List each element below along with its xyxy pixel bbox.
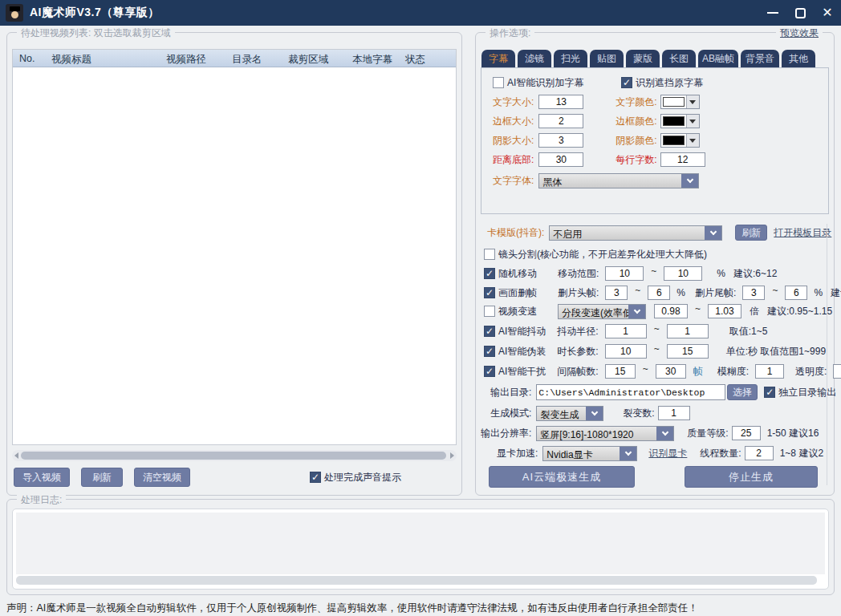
generate-mode-label: 生成模式: (490, 407, 531, 420)
move-range-min-input[interactable] (605, 266, 644, 281)
cover-subtitle-checkbox[interactable] (621, 77, 632, 88)
font-family-value: 黑体 (539, 174, 681, 188)
interval-min-input[interactable] (605, 364, 636, 379)
speed-min-input[interactable] (654, 304, 688, 318)
jitter-max-input[interactable] (667, 324, 709, 338)
import-videos-button[interactable]: 导入视频 (14, 468, 70, 487)
scroll-left-icon[interactable] (14, 452, 18, 459)
tilde-separator: ~ (643, 363, 648, 375)
col-dir: 目录名 (232, 53, 262, 67)
sound-alert-checkbox[interactable] (310, 472, 321, 483)
video-speed-checkbox[interactable] (484, 306, 495, 317)
quality-input[interactable] (732, 426, 761, 440)
head-percent: % (676, 287, 685, 298)
refresh-list-button[interactable]: 刷新 (81, 468, 123, 487)
video-table[interactable]: No. 视频标题 视频路径 目录名 裁剪区域 本地字幕 状态 (12, 49, 457, 445)
tilde-separator: ~ (772, 285, 778, 296)
interval-max-input[interactable] (656, 364, 686, 379)
fission-count-input[interactable] (658, 406, 690, 420)
head-frames-min-input[interactable] (605, 286, 628, 300)
output-dir-input[interactable] (536, 384, 725, 400)
gpu-dropdown[interactable]: Nvidia显卡 (542, 446, 637, 461)
shadow-size-label: 阴影大小: (493, 134, 534, 148)
border-color-swatch (663, 116, 685, 126)
gpu-arrow-icon (620, 447, 636, 460)
speed-mode-dropdown[interactable]: 分段变速(效率低) (558, 304, 646, 319)
col-path: 视频路径 (166, 53, 206, 67)
tab-bgm[interactable]: 背景音 (741, 50, 779, 69)
head-frames-max-input[interactable] (648, 286, 670, 300)
ai-subtitle-checkbox[interactable] (493, 77, 504, 88)
tab-sticker[interactable]: 贴图 (590, 50, 624, 69)
video-table-header: No. 视频标题 视频路径 目录名 裁剪区域 本地字幕 状态 (13, 50, 456, 67)
shot-split-checkbox[interactable] (484, 249, 495, 260)
tail-percent: % (814, 287, 823, 298)
speed-max-input[interactable] (708, 304, 741, 318)
preview-effect-link[interactable]: 预览效果 (776, 26, 823, 40)
tab-sweep-light[interactable]: 扫光 (554, 50, 587, 69)
duration-min-input[interactable] (605, 344, 647, 359)
tab-other[interactable]: 其他 (782, 50, 815, 69)
log-scrollbar[interactable] (16, 576, 817, 585)
col-no: No. (19, 53, 35, 64)
video-table-body[interactable] (13, 67, 456, 444)
tab-mask[interactable]: 蒙版 (626, 50, 660, 69)
col-title: 视频标题 (51, 53, 91, 67)
tab-ab-blend[interactable]: AB融帧 (698, 50, 738, 69)
scrollbar-thumb[interactable] (21, 452, 446, 460)
font-size-input[interactable] (538, 95, 583, 109)
template-refresh-button[interactable]: 刷新 (735, 225, 767, 241)
gpu-value: Nvidia显卡 (543, 447, 620, 460)
tab-long-image[interactable]: 长图 (662, 50, 696, 69)
threads-input[interactable] (745, 446, 774, 460)
frame-delete-checkbox[interactable] (484, 287, 495, 298)
shadow-color-dropdown[interactable] (660, 133, 700, 148)
template-dropdown[interactable]: 不启用 (549, 225, 722, 241)
stop-generate-button[interactable]: 停止生成 (685, 466, 818, 488)
detect-gpu-link[interactable]: 识别显卡 (648, 447, 687, 460)
move-percent: % (717, 268, 725, 279)
open-template-dir-link[interactable]: 打开模板目录 (774, 226, 831, 240)
threads-hint: 1~8 建议2 (780, 447, 823, 460)
panel-divider (827, 224, 827, 485)
speed-unit: 倍 (750, 305, 759, 318)
font-color-dropdown[interactable] (660, 95, 700, 109)
jitter-min-input[interactable] (605, 324, 647, 338)
bottom-distance-input[interactable] (538, 152, 583, 167)
cloud-generate-button[interactable]: AI云端极速生成 (489, 466, 635, 488)
generate-mode-dropdown[interactable]: 裂变生成 (536, 406, 603, 421)
opacity-input[interactable] (833, 364, 841, 379)
border-color-dropdown[interactable] (660, 114, 700, 128)
choose-dir-button[interactable]: 选择 (727, 384, 758, 400)
tab-filter[interactable]: 滤镜 (518, 50, 551, 69)
shadow-size-input[interactable] (538, 133, 583, 148)
blur-input[interactable] (755, 364, 784, 379)
tail-frames-label: 删片尾帧: (695, 286, 736, 300)
tail-frames-max-input[interactable] (785, 286, 807, 300)
tab-subtitle[interactable]: 字幕 (481, 50, 515, 69)
font-family-dropdown[interactable]: 黑体 (538, 173, 699, 188)
tail-frames-min-input[interactable] (742, 286, 765, 300)
move-range-max-input[interactable] (664, 266, 702, 281)
maximize-button[interactable] (786, 0, 814, 26)
log-legend: 处理日志: (17, 493, 66, 507)
resolution-dropdown[interactable]: 竖屏[9:16]-1080*1920 (536, 426, 674, 441)
minimize-button[interactable] (759, 0, 786, 26)
ai-disguise-checkbox[interactable] (484, 346, 495, 357)
scroll-right-icon[interactable] (450, 452, 454, 459)
template-label: 卡模版(抖音): (487, 226, 544, 240)
ai-jitter-checkbox[interactable] (484, 326, 495, 337)
clear-videos-button[interactable]: 清空视频 (134, 468, 190, 487)
chars-per-line-input[interactable] (660, 152, 705, 167)
border-size-input[interactable] (538, 114, 583, 128)
move-range-label: 移动范围: (558, 267, 599, 281)
duration-max-input[interactable] (667, 344, 709, 359)
ai-interfere-checkbox[interactable] (484, 366, 495, 377)
close-button[interactable]: ✕ (814, 0, 841, 26)
maximize-icon (795, 8, 806, 18)
horizontal-scrollbar[interactable] (12, 450, 457, 461)
col-status: 状态 (405, 53, 425, 67)
random-move-checkbox[interactable] (484, 268, 495, 279)
font-size-label: 文字大小: (493, 95, 534, 109)
independent-dir-checkbox[interactable] (764, 387, 775, 398)
